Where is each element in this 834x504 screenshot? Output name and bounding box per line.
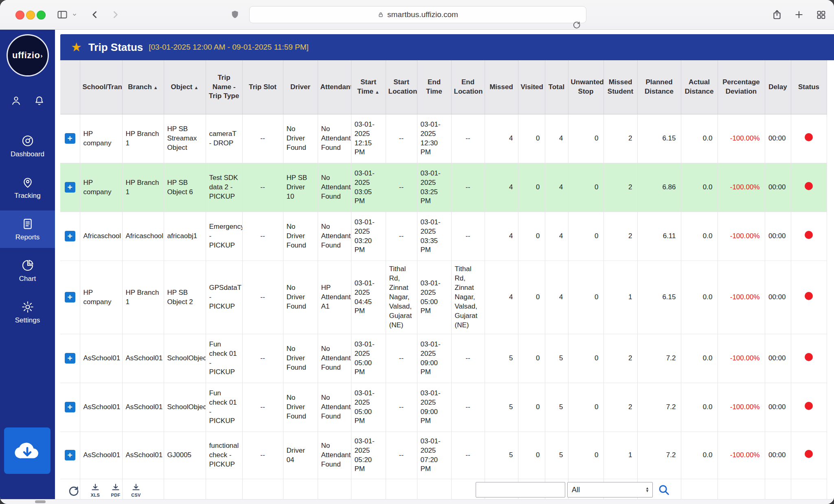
privacy-shield-icon[interactable] <box>229 0 241 29</box>
expand-row-button[interactable]: + <box>65 133 75 144</box>
refresh-button[interactable] <box>68 484 80 497</box>
cell-attendant: No Attendant Found <box>318 432 351 479</box>
reload-button[interactable] <box>571 10 582 39</box>
cell-driver: No Driver Found <box>283 114 318 163</box>
col-header-branch[interactable]: Branch▲ <box>122 60 164 114</box>
cell-unwanted_stop: 0 <box>568 334 604 383</box>
cell-planned_distance: 7.2 <box>637 334 681 383</box>
col-header-actual_distance: Actual Distance <box>681 60 718 114</box>
export-csv-button[interactable]: CSV <box>131 483 141 497</box>
cell-trip_slot: -- <box>242 432 283 479</box>
cell-missed_student: 2 <box>604 334 637 383</box>
sidebar-item-reports[interactable]: Reports <box>0 210 55 248</box>
sidebar-item-chart[interactable]: Chart <box>0 252 55 289</box>
table-row[interactable]: +AfricaschoolAfricaschoolafricaobj1Emerg… <box>60 212 827 261</box>
col-header-end_location: End Location <box>451 60 485 114</box>
col-header-expand <box>60 60 80 114</box>
table-row[interactable]: +HP companyHP Branch 1HP SB Streamax Obj… <box>60 114 827 163</box>
records-filter-select[interactable]: All ▲▼ <box>567 482 653 497</box>
cell-branch: AsSchool01 <box>122 383 164 432</box>
cell-trip_slot: -- <box>242 114 283 163</box>
cell-actual_distance: 0.0 <box>681 334 718 383</box>
user-icon[interactable] <box>11 95 22 106</box>
cell-school: HP company <box>80 163 122 212</box>
cell-start_location: -- <box>386 334 417 383</box>
dashboard-icon <box>21 134 34 147</box>
cell-end_location: -- <box>451 432 485 479</box>
reports-document-icon <box>21 217 34 230</box>
cell-trip_slot: -- <box>242 334 283 383</box>
cell-visited: 0 <box>518 261 545 334</box>
favorite-star-icon[interactable]: ★ <box>71 41 82 53</box>
cell-attendant: No Attendant Found <box>318 114 351 163</box>
expand-row-button[interactable]: + <box>65 353 75 364</box>
sidebar-toggle-button[interactable] <box>56 0 68 29</box>
back-button[interactable] <box>89 0 101 29</box>
cell-trip_slot: -- <box>242 212 283 261</box>
cloud-download-button[interactable] <box>4 427 50 474</box>
table-row[interactable]: +AsSchool01AsSchool01SchoolObjectFun che… <box>60 383 827 432</box>
col-header-delay: Delay <box>765 60 791 114</box>
address-bar[interactable]: smartbus.uffizio.com <box>249 6 586 23</box>
cell-missed_student: 1 <box>604 432 637 479</box>
tab-overview-button[interactable] <box>814 0 827 29</box>
cell-unwanted_stop: 0 <box>568 383 604 432</box>
cell-branch: HP Branch 1 <box>122 163 164 212</box>
zoom-window-button[interactable] <box>37 11 46 20</box>
table-row[interactable]: +HP companyHP Branch 1HP SB Object 6Test… <box>60 163 827 212</box>
cell-start_location: Tithal Rd, Zinnat Nagar, Valsad, Gujarat… <box>386 261 417 334</box>
cell-expand: + <box>60 163 80 212</box>
sidebar-item-settings[interactable]: Settings <box>0 294 55 331</box>
notifications-bell-icon[interactable] <box>34 95 45 106</box>
cell-object: SchoolObject <box>164 383 206 432</box>
cell-trip_slot: -- <box>242 163 283 212</box>
share-button[interactable] <box>770 0 784 29</box>
table-search-input[interactable] <box>476 482 565 497</box>
expand-row-button[interactable]: + <box>65 231 75 241</box>
cell-total: 4 <box>545 114 568 163</box>
sidebar-item-tracking[interactable]: Tracking <box>0 169 55 206</box>
expand-row-button[interactable]: + <box>65 450 75 460</box>
cell-delay: 00:00 <box>765 383 791 432</box>
horizontal-scrollbar-thumb[interactable] <box>35 500 46 503</box>
cell-missed: 5 <box>485 432 518 479</box>
cell-status <box>791 114 827 163</box>
col-header-missed_student: Missed Student <box>604 60 637 114</box>
cell-driver: No Driver Found <box>283 334 318 383</box>
browser-window: smartbus.uffizio.com uffizio› <box>0 0 834 504</box>
uffizio-logo[interactable]: uffizio› <box>7 34 49 77</box>
col-header-object[interactable]: Object▲ <box>164 60 206 114</box>
export-csv-label: CSV <box>131 493 141 497</box>
cell-end_time: 03-01-2025 07:20 PM <box>417 432 451 479</box>
sidebar-item-dashboard[interactable]: Dashboard <box>0 127 55 165</box>
cell-branch: AsSchool01 <box>122 432 164 479</box>
col-header-start_time[interactable]: Start Time▲ <box>351 60 386 114</box>
forward-button[interactable] <box>109 0 121 29</box>
col-header-visited: Visited <box>518 60 545 114</box>
chevron-down-icon[interactable] <box>71 0 78 29</box>
cell-unwanted_stop: 0 <box>568 114 604 163</box>
export-xls-button[interactable]: XLS <box>90 483 100 497</box>
cell-planned_distance: 6.15 <box>637 261 681 334</box>
lock-icon <box>377 11 384 18</box>
cell-total: 5 <box>545 334 568 383</box>
export-pdf-button[interactable]: PDF <box>111 483 121 497</box>
url-text: smartbus.uffizio.com <box>387 10 458 19</box>
cell-trip_slot: -- <box>242 383 283 432</box>
expand-row-button[interactable]: + <box>65 182 75 193</box>
minimize-window-button[interactable] <box>26 11 35 20</box>
sort-asc-icon: ▲ <box>154 85 158 90</box>
expand-row-button[interactable]: + <box>65 292 75 302</box>
expand-row-button[interactable]: + <box>65 402 75 412</box>
table-row[interactable]: +HP companyHP Branch 1HP SB Object 2GPSd… <box>60 261 827 334</box>
cell-actual_distance: 0.0 <box>681 383 718 432</box>
new-tab-button[interactable] <box>792 0 805 29</box>
close-window-button[interactable] <box>15 11 24 20</box>
status-dot <box>805 353 813 361</box>
cell-percentage_deviation: -100.00% <box>718 114 765 163</box>
search-button[interactable] <box>658 484 670 496</box>
table-row[interactable]: +AsSchool01AsSchool01SchoolObjectFun che… <box>60 334 827 383</box>
col-header-school[interactable]: School/Transporter▲ <box>80 60 122 114</box>
cell-planned_distance: 7.2 <box>637 383 681 432</box>
table-row[interactable]: +AsSchool01AsSchool01GJ0005functional ch… <box>60 432 827 479</box>
